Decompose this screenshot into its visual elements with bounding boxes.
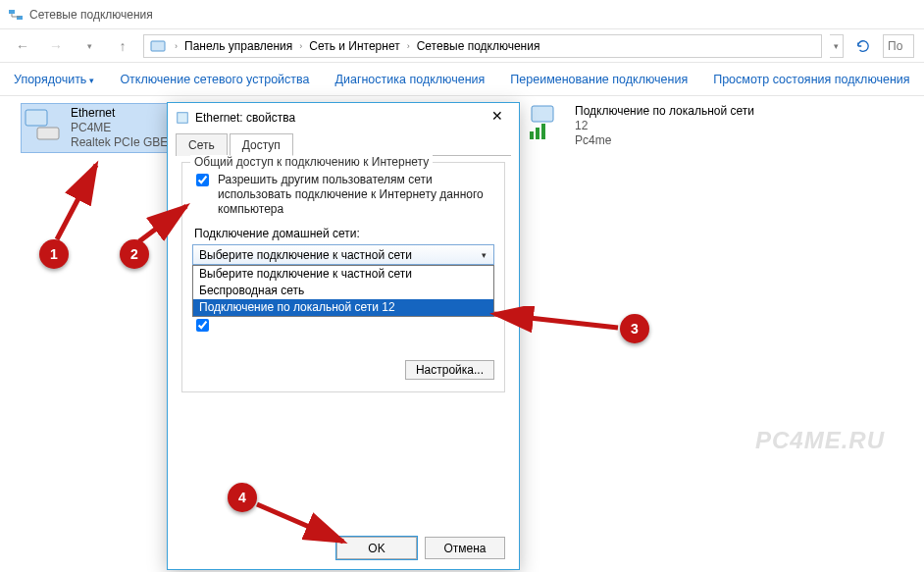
settings-button[interactable]: Настройка...	[405, 360, 494, 380]
group-legend: Общий доступ к подключению к Интернету	[190, 155, 433, 169]
chevron-right-icon: ›	[172, 41, 180, 51]
connection-device: Realtek PCIe GBE	[71, 135, 168, 150]
breadcrumb[interactable]: › Панель управления › Сеть и Интернет › …	[143, 34, 822, 58]
command-bar: Упорядочить▾ Отключение сетевого устройс…	[0, 63, 924, 96]
annotation-bubble-1: 1	[39, 239, 69, 269]
combobox-selection[interactable]: Выберите подключение к частной сети ▾	[192, 244, 494, 265]
connection-ethernet[interactable]: Ethernet PC4ME Realtek PCIe GBE	[22, 104, 174, 152]
nav-back-button[interactable]: ←	[10, 33, 35, 59]
svg-rect-0	[9, 10, 15, 14]
svg-rect-3	[26, 110, 47, 126]
svg-rect-2	[151, 41, 165, 51]
cmd-disable-device[interactable]: Отключение сетевого устройства	[120, 73, 309, 86]
refresh-icon	[856, 39, 870, 53]
connection-status: PC4ME	[71, 121, 168, 135]
svg-rect-9	[178, 113, 188, 124]
window-titlebar: Сетевые подключения	[0, 0, 924, 29]
crumb-net-internet[interactable]: Сеть и Интернет	[307, 39, 401, 53]
allow-sharing-checkbox[interactable]	[196, 174, 209, 186]
allow-sharing-checkbox-row[interactable]: Разрешить другим пользователям сети испо…	[192, 173, 494, 217]
chevron-right-icon: ›	[404, 41, 413, 51]
tab-sharing[interactable]: Доступ	[230, 133, 293, 156]
breadcrumb-dropdown[interactable]: ▾	[830, 34, 844, 58]
cmd-rename[interactable]: Переименование подключения	[510, 73, 688, 86]
network-icon	[8, 7, 24, 23]
connection-name: Подключение по локальной сети	[575, 104, 754, 119]
search-box[interactable]: По	[883, 34, 914, 58]
combobox-selected-text: Выберите подключение к частной сети	[199, 248, 412, 262]
close-button[interactable]: ✕	[484, 108, 511, 128]
ethernet-properties-dialog: Ethernet: свойства ✕ Сеть Доступ Общий д…	[167, 102, 520, 570]
dialog-button-row: OK Отмена	[336, 537, 505, 559]
nav-forward-button[interactable]: →	[43, 33, 69, 59]
chevron-down-icon: ▾	[477, 247, 491, 262]
combobox-option[interactable]: Выберите подключение к частной сети	[193, 266, 493, 283]
sharing-group: Общий доступ к подключению к Интернету Р…	[181, 162, 505, 392]
svg-rect-8	[541, 124, 545, 139]
ethernet-adapter-icon	[24, 106, 63, 143]
control-panel-icon	[150, 38, 166, 54]
nav-recent-button[interactable]: ▾	[77, 33, 102, 59]
svg-rect-6	[530, 131, 534, 139]
combobox-dropdown: Выберите подключение к частной сети Бесп…	[192, 265, 494, 317]
ok-button[interactable]: OK	[336, 537, 417, 559]
dialog-tabs: Сеть Доступ	[176, 132, 511, 156]
dialog-title: Ethernet: свойства	[195, 111, 484, 125]
cancel-button[interactable]: Отмена	[425, 537, 505, 559]
combobox-option[interactable]: Беспроводная сеть	[193, 283, 493, 299]
annotation-bubble-3: 3	[620, 314, 649, 343]
svg-rect-4	[37, 128, 59, 139]
crumb-control-panel[interactable]: Панель управления	[182, 39, 294, 53]
chevron-down-icon: ▾	[89, 76, 94, 85]
dialog-body: Общий доступ к подключению к Интернету Р…	[168, 156, 519, 402]
tab-network[interactable]: Сеть	[176, 133, 228, 156]
connection-lan[interactable]: Подключение по локальной сети 12 Pc4me	[528, 104, 754, 148]
chevron-right-icon: ›	[296, 41, 305, 51]
refresh-button[interactable]	[851, 34, 875, 58]
connection-name: Ethernet	[71, 106, 168, 121]
connection-status: 12	[575, 119, 754, 133]
watermark: PC4ME.RU	[755, 427, 885, 454]
combobox-option-highlighted[interactable]: Подключение по локальной сети 12	[193, 299, 493, 316]
nav-up-button[interactable]: ↑	[110, 33, 135, 59]
allow-sharing-label: Разрешить другим пользователям сети испо…	[218, 173, 494, 217]
connection-device: Pc4me	[575, 133, 754, 148]
adapter-icon	[176, 111, 189, 125]
address-bar: ← → ▾ ↑ › Панель управления › Сеть и Инт…	[0, 29, 924, 63]
annotation-bubble-2: 2	[120, 239, 149, 269]
allow-control-checkbox[interactable]	[196, 319, 209, 332]
cmd-diagnose[interactable]: Диагностика подключения	[335, 73, 486, 86]
crumb-connections[interactable]: Сетевые подключения	[415, 39, 542, 53]
svg-rect-5	[532, 106, 553, 122]
window-title: Сетевые подключения	[29, 8, 153, 22]
home-network-label: Подключение домашней сети:	[194, 227, 494, 240]
svg-rect-7	[536, 128, 539, 139]
home-network-combobox[interactable]: Выберите подключение к частной сети ▾ Вы…	[192, 244, 494, 265]
annotation-bubble-4: 4	[228, 483, 257, 512]
cmd-status[interactable]: Просмотр состояния подключения	[713, 73, 909, 86]
allow-control-checkbox-row[interactable]	[192, 316, 494, 335]
lan-adapter-icon	[528, 104, 567, 141]
dialog-titlebar[interactable]: Ethernet: свойства ✕	[168, 103, 519, 132]
cmd-organize[interactable]: Упорядочить▾	[14, 73, 94, 86]
